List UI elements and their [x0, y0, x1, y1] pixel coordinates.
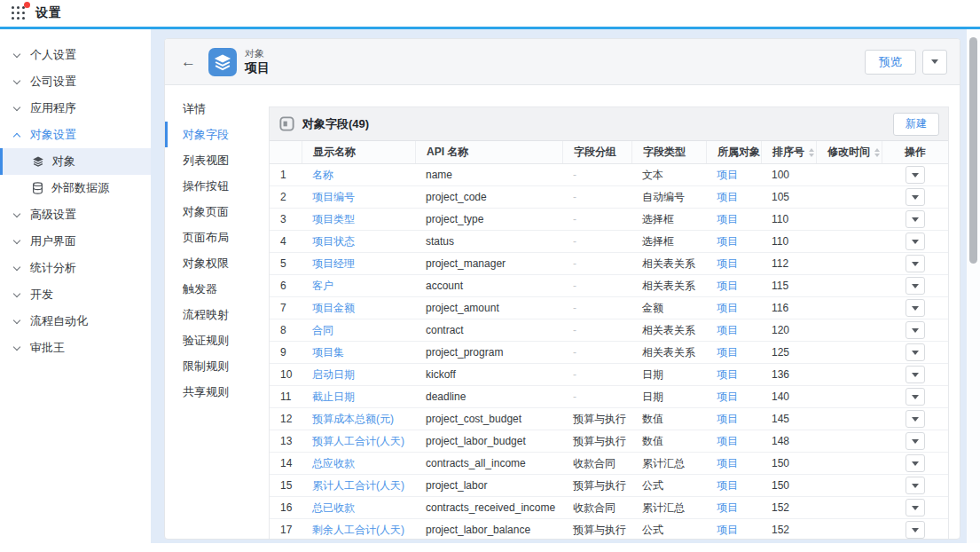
back-arrow-icon[interactable]: ←	[181, 53, 196, 71]
cell-display-name[interactable]: 项目类型	[302, 212, 415, 227]
cell-owner-object[interactable]: 项目	[706, 367, 761, 382]
cell-owner-object[interactable]: 项目	[706, 256, 761, 272]
cell-owner-object[interactable]: 项目	[706, 345, 761, 360]
row-actions-dropdown-button[interactable]	[906, 210, 925, 228]
section-menu-item-details[interactable]: 详情	[165, 96, 269, 122]
sidebar-item-development[interactable]: 开发	[0, 281, 151, 308]
sidebar-item-applications[interactable]: 应用程序	[0, 95, 151, 122]
cell-owner-object[interactable]: 项目	[706, 301, 761, 316]
object-fields-card: 对象字段(49) 新建 显示名称API 名称字段分组字段类型所属对象排序号修改时…	[269, 106, 949, 539]
cell-display-name[interactable]: 客户	[302, 279, 415, 294]
table-row: 11截止日期deadline-日期项目140	[270, 386, 948, 408]
cell-row-number: 3	[270, 213, 302, 225]
section-menu-item-flow-mapping[interactable]: 流程映射	[165, 302, 269, 327]
caret-down-icon	[912, 484, 919, 488]
row-actions-dropdown-button[interactable]	[906, 410, 925, 428]
sidebar-item-advanced-settings[interactable]: 高级设置	[0, 201, 151, 228]
cell-owner-object[interactable]: 项目	[706, 456, 761, 471]
sidebar-item-external-data-sources[interactable]: 外部数据源	[0, 175, 151, 201]
row-actions-dropdown-button[interactable]	[906, 166, 925, 184]
sort-arrows-icon[interactable]	[809, 148, 814, 157]
preview-button[interactable]: 预览	[865, 50, 916, 75]
row-actions-dropdown-button[interactable]	[906, 388, 925, 406]
cell-display-name[interactable]: 项目金额	[302, 301, 415, 316]
cell-owner-object[interactable]: 项目	[706, 234, 761, 249]
cell-owner-object[interactable]: 项目	[706, 190, 761, 205]
row-actions-dropdown-button[interactable]	[906, 255, 925, 272]
row-actions-dropdown-button[interactable]	[906, 343, 925, 361]
section-menu-item-action-buttons[interactable]: 操作按钮	[165, 173, 269, 199]
cell-owner-object[interactable]: 项目	[706, 212, 761, 227]
sidebar-item-analytics[interactable]: 统计分析	[0, 255, 151, 281]
cell-display-name[interactable]: 剩余人工合计(人天)	[302, 523, 415, 538]
cell-display-name[interactable]: 启动日期	[302, 367, 415, 382]
section-menu-item-restriction-rules[interactable]: 限制规则	[165, 353, 269, 379]
cell-owner-object[interactable]: 项目	[706, 523, 761, 538]
cell-display-name[interactable]: 总已收款	[302, 501, 415, 516]
cell-display-name[interactable]: 合同	[302, 323, 415, 338]
row-actions-dropdown-button[interactable]	[906, 477, 925, 494]
cell-sort-number: 115	[761, 280, 816, 292]
scrollbar-track[interactable]	[967, 29, 980, 543]
section-menu-item-page-layouts[interactable]: 页面布局	[165, 225, 269, 250]
cell-display-name[interactable]: 累计人工合计(人天)	[302, 478, 415, 493]
column-header-7[interactable]: 修改时间	[816, 141, 882, 163]
cell-owner-object[interactable]: 项目	[706, 390, 761, 405]
section-menu-item-object-fields[interactable]: 对象字段	[165, 122, 269, 147]
row-actions-dropdown-button[interactable]	[906, 432, 925, 450]
section-menu-item-list-views[interactable]: 列表视图	[165, 147, 269, 173]
sidebar-item-label: 统计分析	[30, 260, 76, 276]
cell-actions	[882, 277, 948, 295]
more-actions-dropdown-button[interactable]	[922, 50, 947, 75]
row-actions-dropdown-button[interactable]	[906, 521, 925, 539]
sort-arrows-icon[interactable]	[874, 148, 880, 157]
section-menu-item-sharing-rules[interactable]: 共享规则	[165, 379, 269, 405]
cell-display-name[interactable]: 截止日期	[302, 390, 415, 405]
cell-display-name[interactable]: 项目集	[302, 345, 415, 360]
row-actions-dropdown-button[interactable]	[906, 188, 925, 206]
sidebar-item-process-automation[interactable]: 流程自动化	[0, 308, 151, 335]
cell-owner-object[interactable]: 项目	[706, 501, 761, 516]
cell-display-name[interactable]: 名称	[302, 168, 415, 183]
chevron-down-icon	[12, 241, 22, 243]
cell-display-name[interactable]: 项目状态	[302, 234, 415, 249]
sidebar-item-personal-settings[interactable]: 个人设置	[0, 42, 151, 68]
cell-api-name: contracts_all_income	[415, 457, 562, 469]
section-menu-item-object-pages[interactable]: 对象页面	[165, 199, 269, 225]
cell-display-name[interactable]: 总应收款	[302, 456, 415, 471]
sidebar-item-object-settings[interactable]: 对象设置	[0, 122, 151, 148]
cell-owner-object[interactable]: 项目	[706, 168, 761, 183]
cell-owner-object[interactable]: 项目	[706, 323, 761, 338]
sidebar-item-company-settings[interactable]: 公司设置	[0, 68, 151, 95]
cell-owner-object[interactable]: 项目	[706, 279, 761, 294]
sidebar-item-approval[interactable]: 审批王	[0, 335, 151, 361]
section-menu-item-triggers[interactable]: 触发器	[165, 276, 269, 302]
row-actions-dropdown-button[interactable]	[906, 366, 925, 383]
cell-owner-object[interactable]: 项目	[706, 434, 761, 449]
sidebar-item-objects[interactable]: 对象	[0, 148, 151, 175]
column-header-6[interactable]: 排序号	[761, 141, 816, 163]
cell-display-name[interactable]: 项目编号	[302, 190, 415, 205]
scrollbar-thumb[interactable]	[969, 37, 977, 264]
row-actions-dropdown-button[interactable]	[906, 277, 925, 295]
sidebar-item-user-interface[interactable]: 用户界面	[0, 228, 151, 255]
cell-row-number: 10	[270, 368, 302, 381]
cell-display-name[interactable]: 预算人工合计(人天)	[302, 434, 415, 449]
row-actions-dropdown-button[interactable]	[906, 299, 925, 317]
cell-api-name: contract	[415, 324, 562, 336]
cell-display-name[interactable]: 预算成本总额(元)	[302, 412, 415, 427]
section-menu-item-object-permissions[interactable]: 对象权限	[165, 250, 269, 276]
row-actions-dropdown-button[interactable]	[906, 321, 925, 339]
cell-owner-object[interactable]: 项目	[706, 478, 761, 493]
cell-api-name: project_amount	[415, 302, 562, 314]
row-actions-dropdown-button[interactable]	[906, 454, 925, 472]
cell-owner-object[interactable]: 项目	[706, 412, 761, 427]
row-actions-dropdown-button[interactable]	[906, 499, 925, 517]
cell-display-name[interactable]: 项目经理	[302, 256, 415, 272]
row-actions-dropdown-button[interactable]	[906, 233, 925, 250]
section-menu-item-validation-rules[interactable]: 验证规则	[165, 327, 269, 353]
cell-actions	[882, 299, 948, 317]
app-launcher-icon[interactable]	[11, 5, 27, 21]
table-row: 14总应收款contracts_all_income收款合同累计汇总项目150	[270, 453, 948, 475]
new-field-button[interactable]: 新建	[893, 113, 939, 136]
